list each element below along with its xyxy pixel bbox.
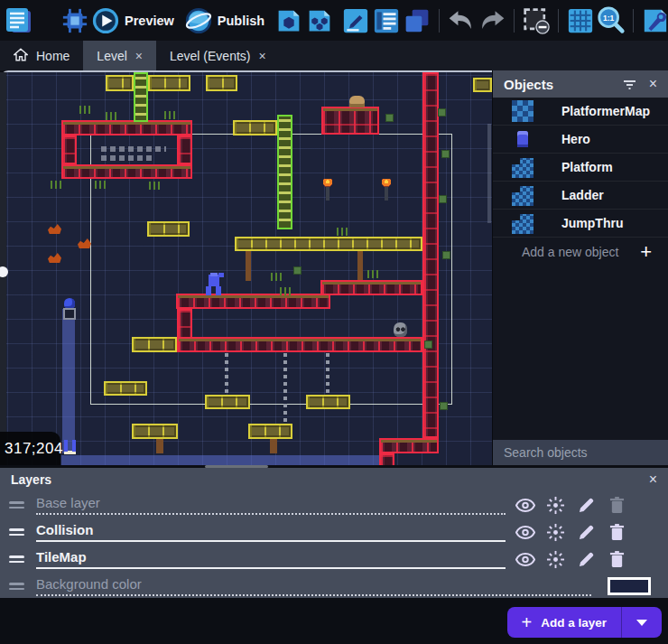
wood-post — [357, 251, 363, 281]
project-manager-icon[interactable] — [4, 5, 34, 37]
green-block — [293, 266, 302, 275]
tab-label: Level (Events) — [170, 49, 250, 63]
layer-effects-icon[interactable] — [545, 549, 566, 570]
add-layer-dropdown[interactable] — [622, 607, 662, 638]
grass-tuft — [164, 111, 175, 119]
climber-sprite — [64, 440, 76, 454]
pixel-glyphs — [101, 155, 153, 161]
grass-tuft — [51, 181, 61, 189]
layers-panel-header: Layers × — [0, 468, 668, 491]
tiles-thumbnail-icon — [511, 211, 534, 235]
hero-thumbnail-icon — [511, 127, 534, 151]
drag-handle-icon[interactable] — [9, 526, 24, 538]
platform-tiles — [132, 424, 178, 439]
preview-icon[interactable] — [90, 5, 121, 37]
edit-layer-icon[interactable] — [576, 549, 597, 570]
drag-handle-icon[interactable] — [9, 499, 24, 511]
object-item-platformermap[interactable]: PlatformerMap — [493, 98, 668, 126]
green-block — [442, 251, 450, 259]
drag-handle-icon[interactable] — [9, 580, 24, 593]
preview-label[interactable]: Preview — [125, 14, 174, 28]
layer-row-background-color: Background color — [0, 573, 668, 600]
grid-icon[interactable] — [565, 5, 596, 37]
edit-objects-icon[interactable] — [304, 5, 335, 37]
pixel-glyphs — [101, 146, 166, 152]
plus-icon: + — [640, 240, 652, 264]
filter-icon[interactable] — [623, 79, 636, 89]
redo-icon[interactable] — [477, 5, 507, 37]
bird-sprite — [64, 298, 75, 308]
grass-tuft — [79, 106, 90, 114]
layer-name-field[interactable]: Collision — [36, 522, 506, 542]
debugger-icon[interactable] — [60, 5, 90, 37]
background-color-swatch[interactable] — [608, 577, 651, 595]
tab-level-events[interactable]: Level (Events) × — [156, 41, 280, 70]
grass-tuft — [367, 270, 378, 278]
brick-tiles — [61, 120, 192, 135]
edit-layer-icon[interactable] — [576, 495, 597, 516]
visibility-eye-icon[interactable] — [515, 495, 535, 516]
brick-tiles — [176, 294, 330, 309]
visibility-eye-icon[interactable] — [515, 522, 535, 543]
events-sheet-icon[interactable] — [371, 5, 402, 37]
scene-editor-canvas[interactable]: 317;204 — [0, 70, 492, 465]
green-block — [440, 402, 448, 410]
add-layer-button[interactable]: + Add a layer — [507, 607, 662, 638]
layer-effects-icon[interactable] — [545, 522, 566, 543]
platform-tiles — [473, 78, 492, 92]
gdevelop-window: Preview Publish — [0, 0, 668, 644]
publish-icon[interactable] — [183, 5, 214, 37]
home-icon — [14, 48, 28, 64]
close-icon[interactable]: × — [649, 472, 657, 487]
tiles-thumbnail-icon — [511, 183, 534, 207]
edit-properties-icon[interactable] — [340, 5, 371, 37]
tab-level[interactable]: Level × — [83, 41, 156, 70]
torch-sprite — [382, 179, 391, 201]
tab-home[interactable]: Home — [0, 41, 83, 70]
publish-label[interactable]: Publish — [218, 14, 264, 28]
build-settings-icon[interactable] — [640, 5, 668, 37]
toolbar-separator — [558, 9, 559, 33]
search-objects-input[interactable] — [502, 444, 668, 461]
objects-search-bar — [493, 440, 668, 465]
platform-tiles — [132, 337, 177, 352]
editor-tab-bar: Home Level × Level (Events) × — [0, 41, 668, 70]
add-new-object-button[interactable]: Add a new object + — [493, 238, 668, 266]
critter-sprite — [48, 224, 61, 234]
canvas-world — [0, 72, 492, 465]
platform-tiles — [104, 381, 147, 396]
edit-scene-icon[interactable] — [274, 5, 304, 37]
tab-close-icon[interactable]: × — [135, 50, 143, 62]
visibility-eye-icon[interactable] — [515, 549, 535, 570]
layers-panel-icon[interactable] — [402, 5, 432, 37]
object-item-hero[interactable]: Hero — [493, 126, 668, 154]
object-item-ladder[interactable]: Ladder — [493, 182, 668, 210]
drag-handle-icon[interactable] — [9, 553, 24, 565]
critter-sprite — [78, 238, 91, 248]
layer-name-field[interactable]: Background color — [36, 576, 591, 596]
object-item-platform[interactable]: Platform — [493, 154, 668, 182]
platform-tiles — [235, 237, 422, 251]
layer-effects-icon[interactable] — [545, 495, 566, 516]
brick-tiles — [422, 72, 439, 438]
delete-layer-icon[interactable] — [607, 549, 627, 570]
platform-tiles — [306, 395, 350, 409]
zoom-1-1-icon[interactable]: 1:1 — [596, 5, 626, 37]
layer-row-base-layer: Base layer — [0, 491, 668, 518]
layer-row-collision: Collision — [0, 518, 668, 546]
edit-layer-icon[interactable] — [576, 522, 597, 543]
hero-sprite — [204, 273, 224, 295]
close-icon[interactable]: × — [649, 77, 657, 91]
platform-tiles — [106, 75, 134, 91]
delete-layer-icon[interactable] — [607, 495, 627, 516]
brick-tiles — [321, 107, 379, 135]
undo-icon[interactable] — [446, 5, 477, 37]
delete-layer-icon[interactable] — [607, 522, 627, 543]
layer-name-field[interactable]: Base layer — [36, 495, 506, 515]
deselect-icon[interactable] — [521, 5, 552, 37]
layer-name-field[interactable]: TileMap — [36, 549, 506, 569]
canvas-vertical-scrollbar[interactable] — [487, 124, 491, 223]
object-item-jumpthru[interactable]: JumpThru — [493, 210, 668, 238]
chain — [225, 353, 228, 393]
tab-close-icon[interactable]: × — [259, 50, 266, 62]
